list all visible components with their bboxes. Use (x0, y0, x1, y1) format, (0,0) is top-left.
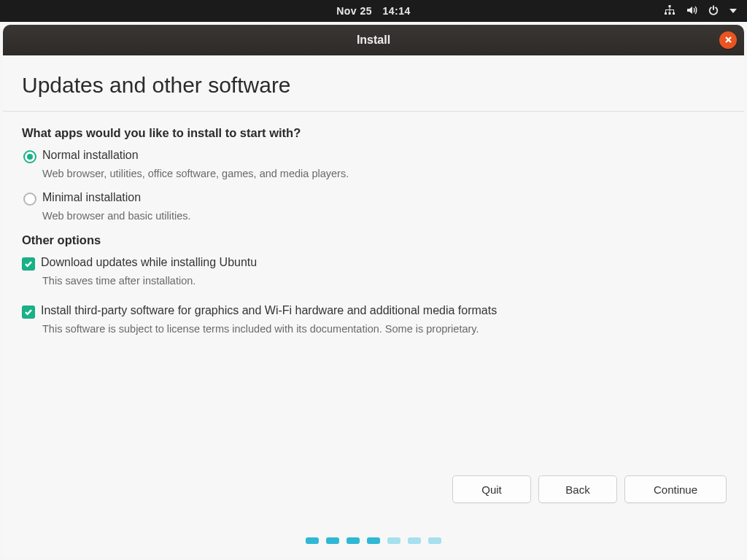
page-title: Updates and other software (3, 55, 744, 111)
checkbox-download-updates-description: This saves time after installation. (42, 275, 725, 287)
radio-normal-installation[interactable]: Normal installation (23, 149, 725, 163)
quit-button[interactable]: Quit (452, 475, 531, 503)
gnome-top-panel: Nov 25 14:14 (0, 0, 747, 22)
progress-dot (306, 537, 319, 544)
install-question: What apps would you like to install to s… (22, 126, 725, 140)
content-area: What apps would you like to install to s… (3, 112, 744, 352)
checkbox-label: Install third-party software for graphic… (41, 304, 497, 317)
window-body: Updates and other software What apps wou… (3, 55, 744, 557)
radio-minimal-description: Web browser and basic utilities. (42, 210, 725, 222)
progress-dots (306, 537, 441, 544)
svg-rect-7 (670, 10, 670, 12)
svg-rect-2 (669, 12, 671, 15)
checkbox-third-party[interactable]: Install third-party software for graphic… (22, 304, 725, 319)
power-icon (708, 4, 719, 18)
progress-dot (367, 537, 380, 544)
radio-label: Normal installation (42, 149, 139, 162)
volume-icon (686, 4, 697, 18)
radio-minimal-installation[interactable]: Minimal installation (23, 191, 725, 206)
panel-time: 14:14 (383, 5, 411, 17)
svg-rect-3 (673, 12, 675, 15)
continue-button[interactable]: Continue (624, 475, 727, 503)
chevron-down-icon (729, 9, 737, 13)
radio-icon (23, 150, 36, 163)
progress-dot (387, 537, 400, 544)
svg-rect-12 (713, 5, 714, 9)
window-title: Install (357, 34, 390, 47)
svg-rect-6 (665, 10, 666, 12)
footer-buttons: Quit Back Continue (452, 475, 727, 503)
panel-clock[interactable]: Nov 25 14:14 (336, 5, 411, 17)
progress-dot (326, 537, 339, 544)
svg-rect-0 (669, 5, 671, 7)
progress-dot (408, 537, 421, 544)
checkbox-download-updates[interactable]: Download updates while installing Ubuntu (22, 256, 725, 271)
svg-rect-5 (665, 9, 674, 10)
radio-normal-description: Web browser, utilities, office software,… (42, 168, 725, 179)
screen: Nov 25 14:14 Install Updates and other s… (0, 0, 747, 560)
window-title-bar: Install (3, 25, 744, 55)
back-button[interactable]: Back (538, 475, 617, 503)
checkbox-third-party-description: This software is subject to license term… (42, 323, 725, 335)
close-button[interactable] (719, 31, 737, 49)
radio-icon (23, 192, 36, 206)
svg-rect-1 (665, 12, 667, 15)
close-icon (724, 34, 732, 47)
checkbox-icon (22, 306, 35, 319)
progress-dot (347, 537, 360, 544)
panel-status-area[interactable] (664, 0, 737, 22)
svg-rect-8 (673, 10, 674, 12)
panel-date: Nov 25 (336, 5, 372, 17)
progress-dot (428, 537, 441, 544)
network-icon (664, 4, 676, 18)
other-options-label: Other options (22, 233, 725, 247)
checkbox-icon (22, 257, 35, 271)
radio-label: Minimal installation (42, 191, 141, 204)
checkbox-label: Download updates while installing Ubuntu (41, 256, 257, 269)
